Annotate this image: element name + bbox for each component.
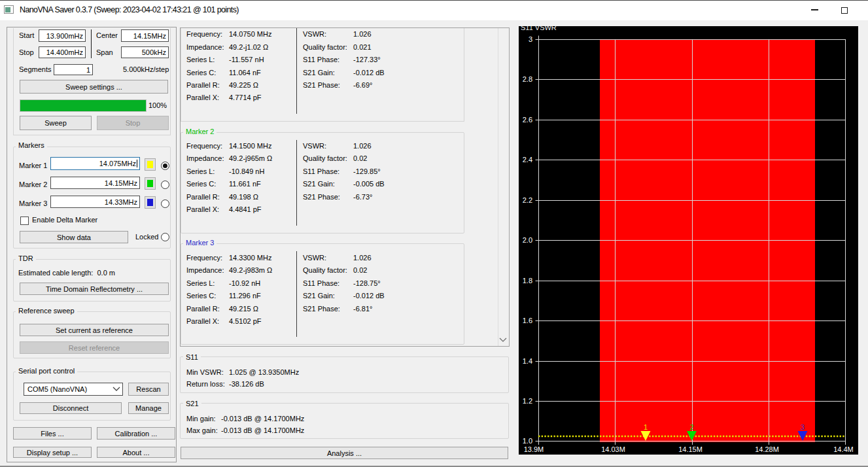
svg-text:1.2: 1.2 [523, 397, 532, 405]
svg-text:13.9M: 13.9M [524, 445, 544, 453]
svg-text:14.03M: 14.03M [601, 445, 625, 453]
svg-text:1: 1 [644, 423, 648, 431]
svg-text:S11 VSWR: S11 VSWR [521, 26, 557, 31]
svg-text:2.0: 2.0 [523, 236, 532, 244]
svg-text:14.28M: 14.28M [755, 445, 779, 453]
svg-text:3: 3 [801, 423, 805, 431]
svg-text:2.6: 2.6 [523, 116, 532, 124]
svg-text:1.4: 1.4 [523, 357, 532, 365]
svg-text:1.0: 1.0 [523, 437, 532, 445]
svg-text:2.2: 2.2 [523, 196, 532, 204]
svg-text:14.15M: 14.15M [678, 445, 703, 453]
svg-text:14.4M: 14.4M [833, 445, 854, 453]
svg-text:3: 3 [529, 35, 532, 43]
svg-text:2.4: 2.4 [523, 156, 532, 164]
svg-text:2.8: 2.8 [523, 75, 532, 83]
svg-text:1.6: 1.6 [523, 317, 532, 324]
svg-text:1.8: 1.8 [523, 277, 532, 285]
svg-text:2: 2 [689, 423, 693, 431]
